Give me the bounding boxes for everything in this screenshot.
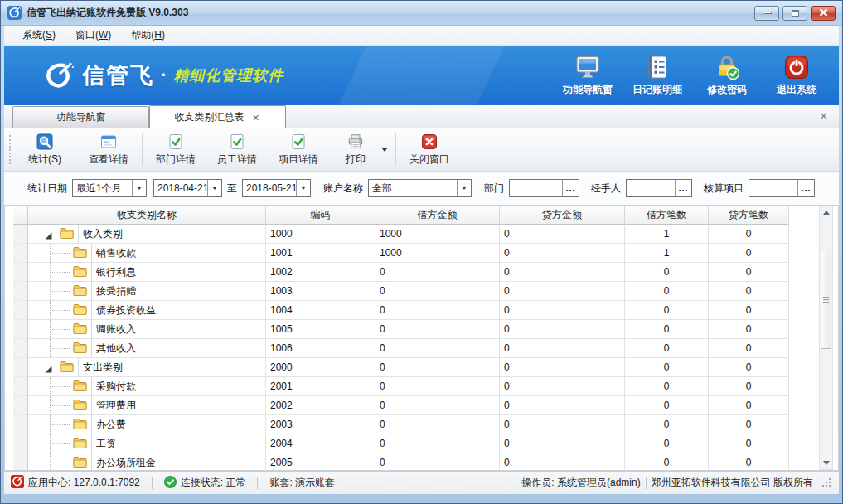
browse-button[interactable]: … (562, 180, 579, 196)
close-tab-icon[interactable]: × (250, 112, 260, 124)
tab-active[interactable]: 收支类别汇总表× (149, 105, 286, 128)
table-row[interactable]: 办公场所租金20050000 (13, 453, 838, 471)
project-field[interactable]: … (749, 179, 815, 197)
table-row[interactable]: 采购付款20010000 (13, 377, 838, 396)
category-name-cell[interactable]: 销售收款 (28, 244, 266, 263)
table-row[interactable]: 收入类别10001000010 (13, 225, 838, 244)
menu-item-h[interactable]: 帮助(H) (121, 26, 175, 45)
scrollbar-thumb[interactable] (821, 250, 831, 349)
category-name-cell[interactable]: 工资 (28, 434, 266, 453)
credit-count-cell: 0 (709, 434, 789, 453)
category-name-cell[interactable]: 管理费用 (28, 396, 266, 415)
grid-body: 收入类别10001000010销售收款10011000010银行利息100200… (13, 225, 838, 471)
dept-detail-button[interactable]: 部门详情 (145, 128, 206, 171)
table-row[interactable]: 其他收入10060000 (13, 339, 838, 358)
column-header-3[interactable]: 贷方金额 (500, 206, 625, 225)
category-name-cell[interactable]: 收入类别 (28, 225, 266, 244)
debit-cell: 0 (375, 282, 500, 301)
tabstrip-close-icon[interactable]: × (820, 109, 827, 122)
app-logo-icon (7, 6, 22, 20)
expand-triangle-icon[interactable] (45, 230, 52, 242)
browse-button[interactable]: … (675, 180, 691, 196)
table-row[interactable]: 调账收入10050000 (13, 320, 838, 339)
account-value: 全部 (369, 182, 457, 196)
resize-grip-icon[interactable] (821, 477, 832, 488)
browse-button[interactable]: … (797, 180, 814, 196)
table-row[interactable]: 银行利息10020000 (13, 263, 838, 282)
print-icon (347, 133, 364, 150)
date-preset-combo[interactable]: 最近1个月 (72, 179, 147, 197)
lock-action-button[interactable]: 修改密码 (696, 54, 758, 97)
account-combo[interactable]: 全部 (368, 179, 472, 197)
category-name-cell[interactable]: 支出类别 (28, 358, 266, 377)
project-detail-button[interactable]: 项目详情 (268, 128, 329, 171)
vertical-scrollbar[interactable] (819, 206, 833, 470)
column-header-5[interactable]: 贷方笔数 (709, 206, 789, 225)
debit-count-cell: 0 (625, 301, 709, 320)
table-row[interactable]: 支出类别20000000 (13, 358, 838, 377)
category-name-cell[interactable]: 办公场所租金 (28, 453, 266, 471)
category-name-cell[interactable]: 调账收入 (28, 320, 266, 339)
column-header-1[interactable]: 编码 (266, 206, 375, 225)
category-name: 其他收入 (91, 339, 265, 357)
menu-item-s[interactable]: 系统(S) (12, 26, 65, 45)
table-row[interactable]: 办公费20030000 (13, 415, 838, 434)
department-label: 部门 (484, 182, 504, 196)
monitor-action-button[interactable]: 功能导航窗 (557, 54, 618, 97)
scroll-down-button[interactable] (820, 457, 832, 469)
column-header-2[interactable]: 借方金额 (375, 206, 500, 225)
expand-triangle-icon[interactable] (45, 364, 52, 376)
category-name-cell[interactable]: 接受捐赠 (28, 282, 266, 301)
debit-cell: 0 (375, 396, 500, 415)
debit-cell: 0 (375, 377, 500, 396)
department-field[interactable]: … (509, 179, 579, 197)
journal-action-button[interactable]: 日记账明细 (627, 54, 688, 97)
close-button[interactable] (811, 6, 836, 21)
category-name-cell[interactable]: 债券投资收益 (28, 301, 266, 320)
date-to-combo[interactable]: 2018-05-21 (242, 179, 311, 197)
table-row[interactable]: 管理费用20020000 (13, 396, 838, 415)
employee-detail-button[interactable]: 员工详情 (206, 128, 268, 171)
table-row[interactable]: 销售收款10011000010 (13, 244, 838, 263)
code-cell: 2000 (266, 358, 375, 377)
category-name-cell[interactable]: 银行利息 (28, 263, 266, 282)
table-row[interactable]: 接受捐赠10030000 (13, 282, 838, 301)
dropdown-button[interactable] (296, 180, 310, 196)
handler-field[interactable]: … (626, 179, 692, 197)
column-header-0[interactable]: 收支类别名称 (28, 206, 266, 225)
dropdown-button[interactable] (207, 180, 221, 196)
app-center-text: 应用中心: 127.0.0.1:7092 (28, 476, 140, 490)
column-header-4[interactable]: 借方笔数 (625, 206, 709, 225)
category-name-cell[interactable]: 办公费 (28, 415, 266, 434)
date-from-combo[interactable]: 2018-04-21 (153, 179, 222, 197)
restore-button[interactable] (782, 6, 807, 21)
scroll-up-button[interactable] (820, 206, 832, 219)
dropdown-button[interactable] (132, 180, 146, 196)
stats-button[interactable]: 统计(S) (17, 128, 72, 171)
power-action-button[interactable]: 退出系统 (766, 54, 827, 97)
tree-line (50, 291, 70, 292)
category-name-cell[interactable]: 采购付款 (28, 377, 266, 396)
menu-item-w[interactable]: 窗口(W) (65, 26, 121, 45)
tab-0[interactable]: 功能导航窗 (12, 106, 149, 128)
row-indicator (13, 434, 28, 453)
dropdown-button[interactable] (457, 180, 471, 196)
minimize-button[interactable] (754, 6, 779, 21)
debit-cell: 0 (375, 415, 500, 434)
credit-cell: 0 (500, 453, 625, 471)
grid-corner-cell (13, 206, 28, 225)
toolbar-button-label: 员工详情 (217, 153, 257, 167)
debit-cell: 0 (375, 358, 500, 377)
close-window-button[interactable]: 关闭窗口 (399, 128, 460, 171)
brand-block: 信管飞 · 精细化管理软件 (42, 60, 283, 91)
view-detail-button[interactable]: 查看详情 (78, 128, 139, 171)
table-row[interactable]: 债券投资收益10040000 (13, 301, 838, 320)
statusbar-divider (646, 477, 647, 489)
category-name-cell[interactable]: 其他收入 (28, 339, 266, 358)
print-dropdown-button[interactable] (376, 128, 393, 171)
folder-icon (73, 456, 87, 471)
toolbar-button-label: 查看详情 (89, 153, 128, 167)
table-row[interactable]: 工资20040000 (13, 434, 838, 453)
print-button[interactable]: 打印 (335, 128, 376, 171)
date-range-label: 统计日期 (27, 182, 67, 196)
